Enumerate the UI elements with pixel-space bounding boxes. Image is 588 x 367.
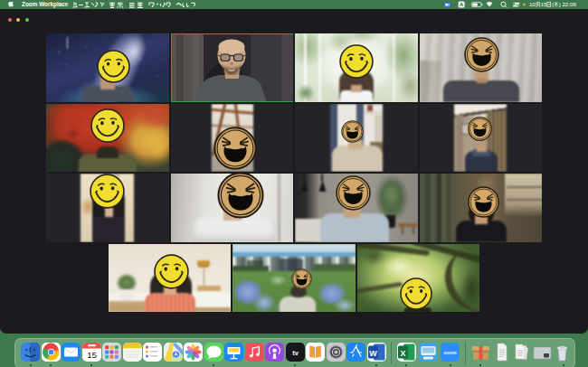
svg-text:zoom: zoom [443, 350, 456, 355]
svg-text:W: W [369, 349, 377, 358]
svg-text:15: 15 [87, 350, 97, 360]
svg-text:A: A [460, 2, 464, 7]
svg-text:tv: tv [292, 349, 299, 357]
svg-text:X: X [400, 349, 405, 358]
